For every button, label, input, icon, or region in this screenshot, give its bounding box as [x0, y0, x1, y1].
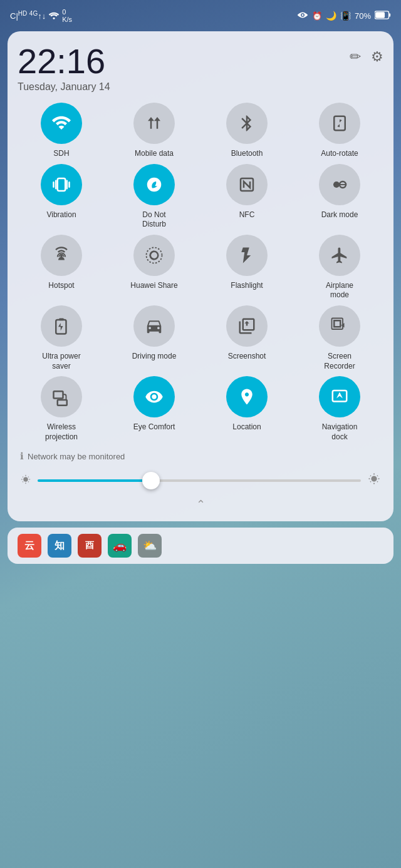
airplane-mode-label: Airplane mode: [326, 281, 353, 300]
mobile-data-icon: [133, 103, 175, 144]
bluetooth-label: Bluetooth: [231, 149, 263, 159]
eye-comfort-icon: [133, 376, 175, 417]
tile-huawei-share[interactable]: Huawei Share: [110, 235, 198, 300]
time-date-block: 22:16 Tuesday, January 14: [18, 44, 110, 93]
airplane-mode-icon: [319, 235, 360, 276]
svg-rect-17: [58, 400, 67, 406]
tile-auto-rotate[interactable]: Auto-rotate: [296, 103, 383, 159]
brightness-track[interactable]: [38, 479, 361, 482]
date-display: Tuesday, January 14: [18, 81, 110, 93]
dark-mode-label: Dark mode: [321, 210, 358, 220]
screenshot-label: Screenshot: [228, 352, 266, 362]
huawei-share-label: Huawei Share: [130, 281, 177, 291]
tile-do-not-disturb[interactable]: Do Not Disturb: [110, 164, 198, 230]
location-label: Location: [232, 422, 261, 432]
hotspot-label: Hotspot: [48, 281, 74, 291]
vibrate-status-icon: 📳: [340, 11, 351, 21]
tile-ultra-power-saver[interactable]: Ultra power saver: [18, 305, 105, 371]
status-bar: C|HD 4G↑↓ 0K/s ⏰ 🌙 📳 70%: [0, 0, 401, 31]
network-warning: ℹ Network may be monitored: [18, 451, 383, 462]
tile-driving-mode[interactable]: Driving mode: [110, 305, 198, 371]
screen-recorder-label: Screen Recorder: [324, 352, 355, 371]
svg-rect-4: [375, 12, 385, 18]
tile-mobile-data[interactable]: Mobile data: [110, 103, 198, 159]
svg-rect-14: [59, 318, 64, 320]
taskbar-app-3[interactable]: 酉: [78, 534, 102, 558]
tile-location[interactable]: Location: [203, 376, 291, 442]
tile-nfc[interactable]: NFC: [203, 164, 291, 230]
taskbar: 云 知 酉 🚗 ⛅: [8, 528, 393, 564]
tile-screenshot[interactable]: Screenshot: [203, 305, 291, 371]
tile-flashlight[interactable]: Flashlight: [203, 235, 291, 300]
svg-point-10: [60, 255, 63, 257]
taskbar-app-1[interactable]: 云: [18, 534, 41, 558]
wifi-icon: [48, 11, 60, 21]
tile-airplane-mode[interactable]: Airplane mode: [296, 235, 383, 300]
brightness-fill: [38, 479, 151, 482]
navigation-dock-label: Navigation dock: [322, 422, 358, 442]
auto-rotate-label: Auto-rotate: [321, 149, 358, 159]
brightness-row: [18, 472, 383, 489]
flashlight-label: Flashlight: [231, 281, 263, 291]
mobile-data-label: Mobile data: [135, 149, 174, 159]
settings-button[interactable]: ⚙: [371, 49, 383, 65]
status-left: C|HD 4G↑↓ 0K/s: [10, 8, 72, 23]
battery-icon: [375, 11, 391, 21]
taskbar-app-5[interactable]: ⛅: [138, 534, 162, 558]
tile-bluetooth[interactable]: Bluetooth: [203, 103, 291, 159]
quick-panel: 22:16 Tuesday, January 14 ✏ ⚙ SDH Mobile: [8, 31, 393, 521]
eye-status-icon: [297, 11, 308, 21]
nfc-icon: [226, 164, 268, 205]
taskbar-app-2[interactable]: 知: [48, 534, 71, 558]
tile-screen-recorder[interactable]: Screen Recorder: [296, 305, 383, 371]
svg-rect-3: [389, 13, 391, 16]
ultra-power-saver-icon: [41, 305, 82, 347]
screenshot-icon: [226, 305, 268, 347]
auto-rotate-icon: [319, 103, 360, 144]
tile-wireless-projection[interactable]: Wireless projection: [18, 376, 105, 442]
sdh-icon: [41, 103, 82, 144]
status-right: ⏰ 🌙 📳 70%: [297, 11, 391, 21]
navigation-dock-icon: [319, 376, 360, 417]
network-speed: 0K/s: [62, 8, 72, 23]
battery-text: 70%: [355, 11, 371, 21]
svg-rect-6: [58, 178, 66, 191]
brightness-max-icon: [367, 472, 381, 489]
tile-eye-comfort[interactable]: Eye Comfort: [110, 376, 198, 442]
moon-icon: 🌙: [326, 11, 336, 21]
tile-dark-mode[interactable]: Dark mode: [296, 164, 383, 230]
do-not-disturb-icon: [133, 164, 175, 205]
tile-navigation-dock[interactable]: Navigation dock: [296, 376, 383, 442]
screen-recorder-icon: [319, 305, 360, 347]
wireless-projection-icon: [41, 376, 82, 417]
time-display: 22:16: [18, 44, 110, 79]
svg-rect-5: [334, 116, 345, 131]
carrier-text: C|HD 4G↑↓: [10, 10, 46, 21]
edit-button[interactable]: ✏: [350, 49, 361, 65]
collapse-arrow-icon: ⌃: [196, 498, 206, 511]
flashlight-icon: [226, 235, 268, 276]
alarm-icon: ⏰: [312, 11, 322, 21]
location-icon: [226, 376, 268, 417]
bluetooth-icon: [226, 103, 268, 144]
tiles-grid: SDH Mobile data Bluetooth: [18, 103, 383, 442]
svg-rect-16: [54, 391, 63, 398]
brightness-thumb[interactable]: [142, 472, 160, 489]
nfc-label: NFC: [239, 210, 255, 220]
ultra-power-saver-label: Ultra power saver: [42, 352, 80, 371]
taskbar-app-4[interactable]: 🚗: [108, 534, 132, 558]
svg-point-1: [301, 14, 303, 16]
driving-mode-icon: [133, 305, 175, 347]
network-warning-text: Network may be monitored: [28, 452, 125, 461]
tile-hotspot[interactable]: Hotspot: [18, 235, 105, 300]
panel-header: 22:16 Tuesday, January 14 ✏ ⚙: [18, 44, 383, 93]
warning-icon: ℹ: [20, 451, 24, 462]
tile-vibration[interactable]: Vibration: [18, 164, 105, 230]
header-icons: ✏ ⚙: [350, 44, 383, 65]
eye-comfort-label: Eye Comfort: [133, 422, 175, 432]
driving-mode-label: Driving mode: [132, 352, 177, 362]
collapse-handle[interactable]: ⌃: [18, 498, 383, 511]
vibration-label: Vibration: [46, 210, 76, 220]
tile-sdh[interactable]: SDH: [18, 103, 105, 159]
sdh-label: SDH: [53, 149, 69, 159]
